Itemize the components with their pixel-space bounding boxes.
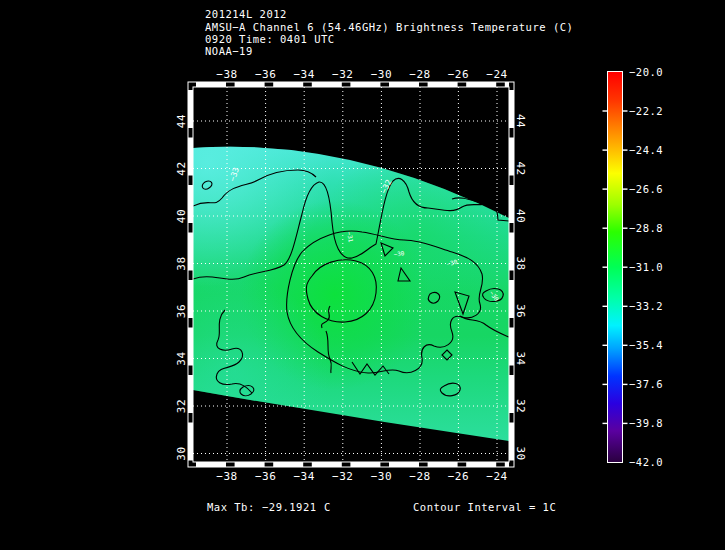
colorbar-labels: −20.0 −22.2 −24.4 −26.6 −28.8 −31.0 −33.… <box>629 66 663 468</box>
colorbar-tick-label: −35.4 <box>629 339 663 351</box>
lat-tick-label: 30 <box>514 446 527 460</box>
lon-tick-label: −28 <box>409 470 430 483</box>
lon-tick-label: −30 <box>371 68 392 81</box>
lon-tick-label: −32 <box>332 68 353 81</box>
colorbar-tick-label: −42.0 <box>629 456 663 468</box>
max-tb-unit: C <box>324 501 331 513</box>
colorbar-tick-label: −37.6 <box>629 378 663 390</box>
colorbar-tick-label: −28.8 <box>629 222 663 234</box>
lat-tick-label: 36 <box>514 304 527 318</box>
max-tb-value: −29.1921 <box>262 501 317 513</box>
colorbar-tick-label: −33.2 <box>629 300 663 312</box>
lon-tick-label: −38 <box>216 68 237 81</box>
lon-tick-label: −34 <box>294 68 315 81</box>
footer: Max Tb: −29.1921 C Contour Interval = 1C <box>207 501 556 513</box>
lat-tick-label: 44 <box>514 114 527 128</box>
lon-tick-label: −26 <box>448 68 469 81</box>
lat-tick-label: 42 <box>175 161 188 175</box>
lat-tick-label: 42 <box>514 161 527 175</box>
colorbar: −20.0 −22.2 −24.4 −26.6 −28.8 −31.0 −33.… <box>603 66 664 468</box>
lon-tick-label: −24 <box>486 68 507 81</box>
colorbar-gradient <box>608 72 623 463</box>
time-text: 0920 Time: 0401 UTC <box>205 33 335 45</box>
lat-tick-label: 40 <box>175 209 188 223</box>
lat-tick-label: 32 <box>175 399 188 413</box>
lon-tick-label: −30 <box>371 470 392 483</box>
colorbar-tick-label: −22.2 <box>629 105 663 117</box>
lon-tick-label: −28 <box>409 68 430 81</box>
lon-tick-label: −36 <box>255 470 276 483</box>
plot-title-text: AMSU−A Channel 6 (54.46GHz) Brightness T… <box>205 21 573 33</box>
colorbar-tick-label: −20.0 <box>629 66 663 78</box>
lat-tick-label: 30 <box>175 446 188 460</box>
lat-tick-label: 34 <box>175 351 188 365</box>
colorbar-tick-label: −24.4 <box>629 144 663 156</box>
plot-page: 201214L 2012 AMSU−A Channel 6 (54.46GHz)… <box>0 0 725 550</box>
lat-tick-label: 44 <box>175 114 188 128</box>
lat-tick-label: 38 <box>514 256 527 270</box>
lon-tick-label: −32 <box>332 470 353 483</box>
satellite-text: NOAA−19 <box>205 45 253 57</box>
lon-tick-label: −34 <box>294 470 315 483</box>
lat-labels-left: 44 42 40 38 36 34 32 30 <box>175 114 188 461</box>
max-tb-label: Max Tb: <box>207 501 255 513</box>
lon-labels-bottom: −38 −36 −34 −32 −30 −28 −26 −24 <box>216 470 507 483</box>
colorbar-tick-label: −26.6 <box>629 183 663 195</box>
storm-id-text: 201214L 2012 <box>205 8 287 20</box>
contour-interval-text: Contour Interval = 1C <box>413 501 556 513</box>
lat-tick-label: 38 <box>175 256 188 270</box>
lon-labels-top: −38 −36 −34 −32 −30 −28 −26 −24 <box>216 68 507 81</box>
lat-tick-label: 34 <box>514 351 527 365</box>
lat-tick-label: 36 <box>175 304 188 318</box>
lon-tick-label: −26 <box>448 470 469 483</box>
plot-canvas: 201214L 2012 AMSU−A Channel 6 (54.46GHz)… <box>0 0 725 550</box>
lon-tick-label: −36 <box>255 68 276 81</box>
lat-tick-label: 32 <box>514 399 527 413</box>
lat-tick-label: 40 <box>514 209 527 223</box>
lon-tick-label: −24 <box>486 470 507 483</box>
colorbar-tick-label: −39.8 <box>629 417 663 429</box>
colorbar-tick-label: −31.0 <box>629 261 663 273</box>
lon-tick-label: −38 <box>216 470 237 483</box>
title-block: 201214L 2012 AMSU−A Channel 6 (54.46GHz)… <box>205 8 573 57</box>
lat-labels-right: 44 42 40 38 36 34 32 30 <box>514 114 527 461</box>
